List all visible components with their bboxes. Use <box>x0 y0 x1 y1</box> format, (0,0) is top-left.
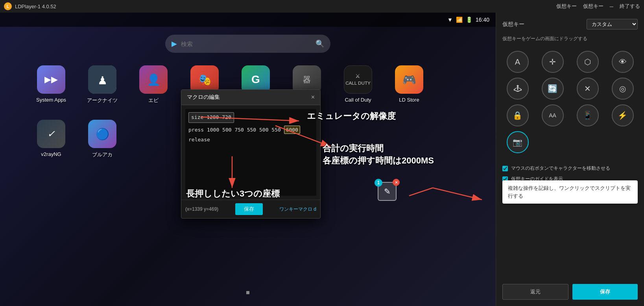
virtual-key-panel-label: 仮想キー <box>502 21 524 28</box>
wifi-icon: ▼ <box>447 17 453 23</box>
macro-dialog-close-button[interactable]: × <box>311 94 315 101</box>
macro-line-size: size 1280 720 <box>188 112 234 123</box>
search-icon: 🔍 <box>316 39 324 48</box>
virtual-key-select[interactable]: カスタム <box>587 19 638 30</box>
vkey-switch[interactable]: 📱 <box>577 104 599 126</box>
app-system-apps[interactable]: ▶▶ System Apps <box>31 65 71 103</box>
app-label-arknights: アークナイツ <box>87 97 118 104</box>
vkey-crosshair[interactable]: ✛ <box>542 51 564 73</box>
app-call-of-duty[interactable]: ⚔CALL DUTY Call of Duty <box>338 65 378 103</box>
search-bar[interactable]: ▶ 🔍 <box>165 35 330 53</box>
app-label-cod: Call of Duty <box>345 97 371 103</box>
app-icon-v2ray: ✓ <box>37 120 65 148</box>
vkey-macro[interactable]: 📷 <box>507 131 529 153</box>
macro-icon-badge: 1 ✕ ✎ <box>378 182 397 201</box>
page-indicator <box>246 291 249 294</box>
vkey-rotate[interactable]: 🔄 <box>542 78 564 100</box>
checkbox-row-1: マウスの右ボタンでキャラクターを移動させる <box>502 165 638 172</box>
app-icon-arknights <box>88 65 116 94</box>
macro-dialog-title: マクロの編集 <box>187 94 220 101</box>
app-icon-blue: 🔵 <box>88 120 116 148</box>
titlebar: L LDPlayer-1 4.0.52 仮想キー 仮想キー ─ 終了する <box>0 0 644 13</box>
macro-save-button[interactable]: 保存 <box>235 203 263 215</box>
macro-editor[interactable]: size 1280 720 press 1000 500 750 550 500… <box>185 109 316 196</box>
app-label-epi: エピ <box>148 97 159 104</box>
signal-icon: 📶 <box>456 17 463 23</box>
app-icon-ldstore: 🎮 <box>395 65 423 94</box>
titlebar-left: L LDPlayer-1 4.0.52 <box>4 2 56 10</box>
titlebar-logo: L <box>4 2 12 10</box>
right-panel-header: 仮想キー カスタム <box>502 19 638 30</box>
app-label-system: System Apps <box>36 97 66 103</box>
macro-icon-close-button[interactable]: ✕ <box>393 179 400 186</box>
checkbox-label-1: マウスの右ボタンでキャラクターを移動させる <box>511 165 610 172</box>
macro-dialog-header: マクロの編集 × <box>181 90 320 105</box>
vkey-a[interactable]: A <box>507 51 529 73</box>
app-arknights[interactable]: アークナイツ <box>83 65 122 104</box>
vkey-aa[interactable]: AA <box>542 104 564 126</box>
clock: 16:40 <box>476 17 489 23</box>
vkey-lock[interactable]: 🔒 <box>507 104 529 126</box>
app-epi[interactable]: 👤 エピ <box>134 65 173 104</box>
app-ld-store[interactable]: 🎮 LD Store <box>389 65 429 103</box>
vkey-eye[interactable]: 👁 <box>612 51 634 73</box>
virtual-key-grid: A ✛ ⬡ 👁 🕹 🔄 ✕ ◎ 🔒 AA 📱 ⚡ 📷 <box>502 48 638 156</box>
play-store-icon: ▶ <box>172 39 177 48</box>
app-label-v2ray: v2rayNG <box>41 151 61 157</box>
right-panel-footer: 返元 保存 <box>502 284 638 300</box>
titlebar-title: LDPlayer-1 4.0.52 <box>15 4 56 9</box>
drag-hint: 仮想キーをゲームの画面にドラッグする <box>502 35 638 42</box>
vkey-cancel[interactable]: ✕ <box>577 78 599 100</box>
search-input[interactable] <box>181 41 312 47</box>
vkey-aim[interactable]: ◎ <box>612 78 634 100</box>
app-v2rayng[interactable]: ✓ v2rayNG <box>31 120 71 157</box>
macro-coords: (x=1339 y=469) <box>185 206 218 212</box>
macro-press-end: 6000 <box>284 126 300 134</box>
macro-dialog-footer: (x=1339 y=469) 保存 ワンキーマクロ d <box>181 200 320 218</box>
app-icon-cod: ⚔CALL DUTY <box>344 65 372 94</box>
app-icon-epi: 👤 <box>139 65 168 94</box>
minimize-button[interactable]: ─ <box>610 4 613 9</box>
app-label-ldstore: LD Store <box>399 97 419 103</box>
app-label-blue: ブルアカ <box>92 151 113 158</box>
app-icon-system: ▶▶ <box>37 65 65 94</box>
macro-icon-number: 1 <box>375 179 382 187</box>
svg-line-4 <box>409 188 433 196</box>
virtual-key-label: 仮想キー <box>583 3 603 10</box>
macro-release: release <box>188 137 210 143</box>
svg-line-5 <box>433 188 482 200</box>
checkbox-mouse-move[interactable] <box>502 166 508 171</box>
titlebar-right: 仮想キー 仮想キー ─ 終了する <box>556 3 640 10</box>
save-button[interactable]: 保存 <box>572 284 638 300</box>
vkey-joystick[interactable]: 🕹 <box>507 78 529 100</box>
vkey-lightning[interactable]: ⚡ <box>612 104 634 126</box>
right-panel: 仮想キー カスタム 仮想キーをゲームの画面にドラッグする A ✛ ⬡ 👁 🕹 🔄… <box>496 13 644 306</box>
macro-dialog: マクロの編集 × size 1280 720 press 1000 500 75… <box>181 89 321 219</box>
app-blueaka[interactable]: 🔵 ブルアカ <box>83 120 122 158</box>
close-button[interactable]: 終了する <box>620 3 640 10</box>
battery-icon: 🔋 <box>466 17 472 23</box>
restore-button[interactable]: 返元 <box>502 284 568 300</box>
android-statusbar: ▼ 📶 🔋 16:40 <box>0 13 496 27</box>
virtual-key-menu[interactable]: 仮想キー <box>556 3 577 10</box>
vkey-skill[interactable]: ⬡ <box>577 51 599 73</box>
macro-icon-overlay: 1 ✕ ✎ <box>378 182 397 201</box>
emulator-area: ▼ 📶 🔋 16:40 ▶ 🔍 ▶▶ System Apps アークナイツ <box>0 13 496 306</box>
macro-hotkey[interactable]: ワンキーマクロ d <box>279 206 316 213</box>
macro-tooltip: 複雑な操作を記録し、ワンクリックでスクリプトを実行する <box>502 180 638 204</box>
macro-press-start: press 1000 500 750 550 500 550 <box>188 127 284 133</box>
